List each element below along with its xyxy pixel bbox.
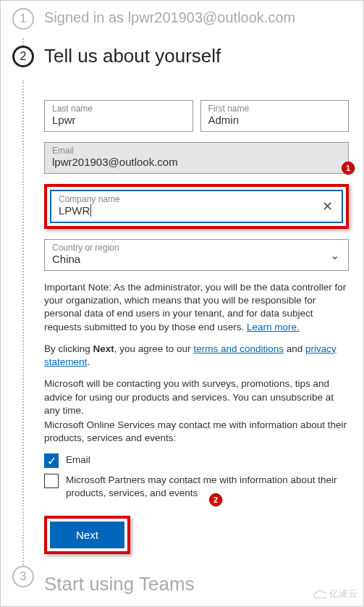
learn-more-link[interactable]: Learn more. <box>247 322 300 332</box>
annotation-badge-2: 2 <box>209 493 222 506</box>
country-field[interactable]: Country or region China ⌄ <box>44 239 349 271</box>
email-checkbox-label: Email <box>66 453 90 466</box>
cloud-icon <box>310 589 326 599</box>
contact-note-2: Microsoft Online Services may contact me… <box>44 419 349 445</box>
next-button[interactable]: Next <box>50 522 124 548</box>
annotation-badge-1: 1 <box>342 162 355 175</box>
step-1-indicator: 1 <box>12 8 34 30</box>
next-highlight-box: Next <box>44 516 130 554</box>
chevron-down-icon[interactable]: ⌄ <box>321 248 348 262</box>
company-label: Company name <box>59 194 306 204</box>
clear-icon[interactable]: ✕ <box>313 198 342 214</box>
terms-link[interactable]: terms and conditions <box>193 343 284 354</box>
partners-checkbox[interactable] <box>44 474 59 488</box>
company-highlight-box: Company name LPWR ✕ <box>44 184 349 229</box>
watermark: 亿速云 <box>310 587 357 600</box>
contact-note-1: Microsoft will be contacting you with su… <box>44 377 349 417</box>
email-label: Email <box>52 146 341 156</box>
step-2-indicator: 2 <box>12 46 34 67</box>
email-input <box>52 156 341 168</box>
first-name-label: First name <box>208 104 342 114</box>
company-input[interactable]: LPWR <box>59 204 91 217</box>
step-3-title: Start using Teams <box>44 573 349 595</box>
step-1-title: Signed in as lpwr201903@outlook.com <box>44 9 349 26</box>
country-label: Country or region <box>52 243 314 253</box>
last-name-input[interactable] <box>52 114 185 126</box>
email-checkbox[interactable]: ✓ <box>44 453 59 468</box>
company-field[interactable]: Company name LPWR ✕ <box>50 190 343 223</box>
last-name-field[interactable]: Last name <box>44 100 193 132</box>
step-3-indicator: 3 <box>12 566 34 587</box>
email-field: Email <box>44 142 349 174</box>
step-2-title: Tell us about yourself <box>44 45 349 67</box>
partners-checkbox-label: Microsoft Partners may contact me with i… <box>66 474 349 499</box>
country-value: China <box>52 253 80 265</box>
important-note: Important Note: As the administrator, yo… <box>44 281 349 334</box>
agree-note: By clicking Next, you agree to our terms… <box>44 343 349 369</box>
first-name-field[interactable]: First name <box>200 100 350 132</box>
last-name-label: Last name <box>52 104 185 114</box>
first-name-input[interactable] <box>208 114 342 126</box>
